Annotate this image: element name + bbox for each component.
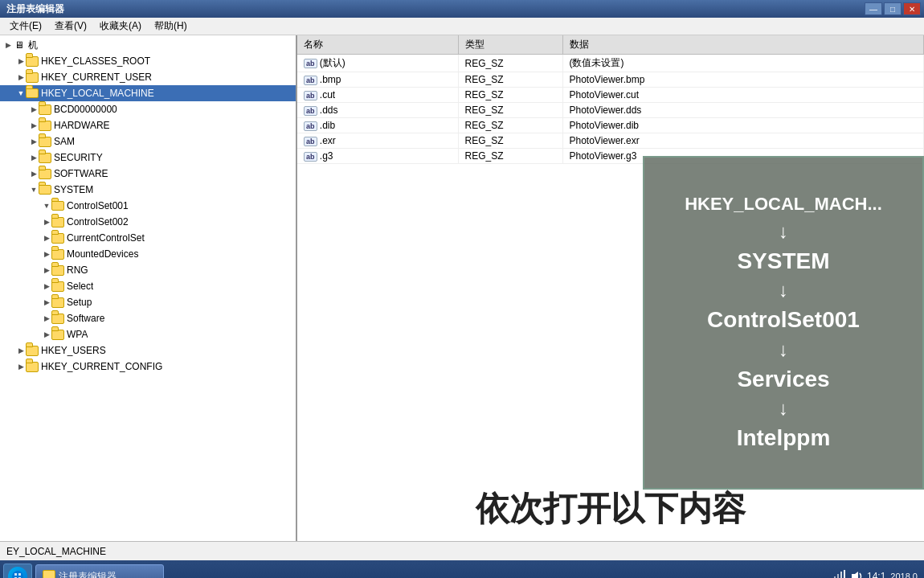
tree-item-rng[interactable]: ▶ RNG (0, 262, 296, 278)
overlay-arrow-3: ↓ (779, 338, 788, 361)
tree-item-hkusers[interactable]: ▶ HKEY_USERS (0, 342, 296, 359)
tree-item-wpa[interactable]: ▶ WPA (0, 326, 296, 342)
menu-view[interactable]: 查看(V) (48, 18, 93, 35)
tree-item-setup[interactable]: ▶ Setup (0, 294, 296, 310)
expand-select[interactable]: ▶ (42, 281, 51, 291)
expand-softwarekey[interactable]: ▶ (42, 314, 51, 323)
tree-item-controlset001[interactable]: ▼ ControlSet001 (0, 198, 296, 214)
table-row[interactable]: ab (默认)REG_SZ(数值未设置) (297, 55, 924, 72)
reg-name-cell: ab .g3 (297, 149, 458, 164)
minimize-button[interactable]: — (865, 2, 882, 15)
reg-data-cell: PhotoViewer.cut (562, 88, 924, 103)
col-type[interactable]: 类型 (458, 35, 562, 55)
folder-icon-wpa (51, 329, 64, 340)
expand-cs001[interactable]: ▼ (42, 201, 51, 211)
table-row[interactable]: ab .ddsREG_SZPhotoViewer.dds (297, 103, 924, 118)
expand-cs002[interactable]: ▶ (42, 217, 51, 227)
tree-label-cs002: ControlSet002 (67, 216, 129, 228)
tree-item-mounteddevices[interactable]: ▶ MountedDevices (0, 246, 296, 262)
svg-rect-2 (837, 574, 839, 578)
folder-icon-ccs (51, 232, 64, 244)
reg-type-cell: REG_SZ (458, 72, 562, 88)
expand-wpa[interactable]: ▶ (42, 330, 51, 339)
tree-panel[interactable]: ▶ 🖥 机 ▶ HKEY_CLASSES_ROOT ▶ HKEY_CURRENT… (0, 35, 297, 541)
expand-hardware[interactable]: ▶ (29, 121, 39, 130)
taskbar-date: 2018.0 (890, 572, 918, 578)
expand-hkcr[interactable]: ▶ (16, 56, 26, 66)
tree-item-bcd[interactable]: ▶ BCD00000000 (0, 101, 296, 117)
expand-hklm[interactable]: ▼ (16, 88, 26, 98)
expand-hkusers[interactable]: ▶ (16, 346, 26, 355)
svg-point-0 (12, 571, 23, 578)
tree-item-hardware[interactable]: ▶ HARDWARE (0, 117, 296, 133)
tree-item-computer[interactable]: ▶ 🖥 机 (0, 37, 296, 53)
reg-name-cell: ab .dib (297, 118, 458, 133)
right-panel: 名称 类型 数据 ab (默认)REG_SZ(数值未设置)ab .bmpREG_… (297, 35, 924, 541)
overlay-arrow-1: ↓ (779, 220, 788, 243)
close-button[interactable]: ✕ (903, 2, 921, 15)
tree-label-security: SECURITY (54, 152, 103, 163)
expand-setup[interactable]: ▶ (42, 297, 51, 307)
tree-item-hkcr[interactable]: ▶ HKEY_CLASSES_ROOT (0, 53, 296, 69)
registry-table: 名称 类型 数据 ab (默认)REG_SZ(数值未设置)ab .bmpREG_… (297, 35, 924, 164)
expand-computer[interactable]: ▶ (3, 40, 13, 50)
folder-icon-cs002 (51, 216, 64, 228)
expand-ccs[interactable]: ▶ (42, 233, 51, 243)
taskbar-app-label: 注册表编辑器 (59, 570, 117, 579)
taskbar-app-regedit[interactable]: 注册表编辑器 (35, 564, 164, 578)
col-data[interactable]: 数据 (562, 35, 924, 55)
menu-help[interactable]: 帮助(H) (148, 18, 194, 35)
table-row[interactable]: ab .bmpREG_SZPhotoViewer.bmp (297, 72, 924, 88)
tree-item-select[interactable]: ▶ Select (0, 278, 296, 294)
tree-item-hkcu[interactable]: ▶ HKEY_CURRENT_USER (0, 69, 296, 85)
expand-software[interactable]: ▶ (29, 169, 39, 178)
tree-item-controlset002[interactable]: ▶ ControlSet002 (0, 214, 296, 230)
expand-sam[interactable]: ▶ (29, 137, 39, 146)
tree-label-md: MountedDevices (67, 248, 138, 260)
folder-icon-setup (51, 297, 64, 308)
reg-type-cell: REG_SZ (458, 149, 562, 164)
menu-favorites[interactable]: 收藏夹(A) (93, 18, 148, 35)
tree-item-software[interactable]: ▶ SOFTWARE (0, 166, 296, 182)
tree-item-hkcc[interactable]: ▶ HKEY_CURRENT_CONFIG (0, 359, 296, 375)
reg-type-cell: REG_SZ (458, 133, 562, 149)
expand-bcd[interactable]: ▶ (29, 105, 39, 114)
table-row[interactable]: ab .cutREG_SZPhotoViewer.cut (297, 88, 924, 103)
tree-label-sam: SAM (54, 136, 75, 147)
tree-item-sam[interactable]: ▶ SAM (0, 133, 296, 150)
taskbar: 注册表编辑器 14:1 2018.0 (0, 560, 924, 578)
overlay-system: SYSTEM (737, 248, 829, 275)
tree-item-security[interactable]: ▶ SECURITY (0, 150, 296, 166)
svg-rect-4 (844, 570, 845, 578)
tree-item-hklm[interactable]: ▼ HKEY_LOCAL_MACHINE (0, 85, 296, 101)
table-row[interactable]: ab .dibREG_SZPhotoViewer.dib (297, 118, 924, 133)
overlay-services: Services (737, 366, 829, 393)
expand-md[interactable]: ▶ (42, 249, 51, 259)
folder-icon-security (39, 152, 51, 163)
reg-data-cell: PhotoViewer.dib (562, 118, 924, 133)
tree-item-ccs[interactable]: ▶ CurrentControlSet (0, 230, 296, 246)
expand-security[interactable]: ▶ (29, 153, 39, 162)
table-row[interactable]: ab .exrREG_SZPhotoViewer.exr (297, 133, 924, 149)
tree-label-system: SYSTEM (54, 184, 93, 195)
maximize-button[interactable]: □ (884, 2, 902, 15)
svg-rect-3 (840, 572, 842, 578)
tree-label-cs001: ControlSet001 (67, 200, 129, 211)
start-button[interactable] (3, 564, 32, 578)
col-name[interactable]: 名称 (297, 35, 458, 55)
tree-label-rng: RNG (67, 264, 88, 276)
expand-hkcc[interactable]: ▶ (16, 362, 26, 371)
expand-rng[interactable]: ▶ (42, 265, 51, 275)
tree-item-system[interactable]: ▼ SYSTEM (0, 182, 296, 198)
tree-label-bcd: BCD00000000 (54, 104, 117, 115)
regedit-icon-small (43, 570, 55, 578)
expand-system[interactable]: ▼ (29, 185, 39, 195)
tree-label-hklm: HKEY_LOCAL_MACHINE (41, 88, 154, 99)
folder-icon-softwarekey (51, 313, 64, 324)
overlay-path-box: HKEY_LOCAL_MACH... ↓ SYSTEM ↓ ControlSet… (643, 156, 924, 490)
menu-file[interactable]: 文件(E) (3, 18, 48, 35)
network-tray-icon (833, 570, 846, 578)
folder-icon-system (39, 184, 51, 195)
tree-item-softwarekey[interactable]: ▶ Software (0, 310, 296, 326)
expand-hkcu[interactable]: ▶ (16, 72, 26, 82)
